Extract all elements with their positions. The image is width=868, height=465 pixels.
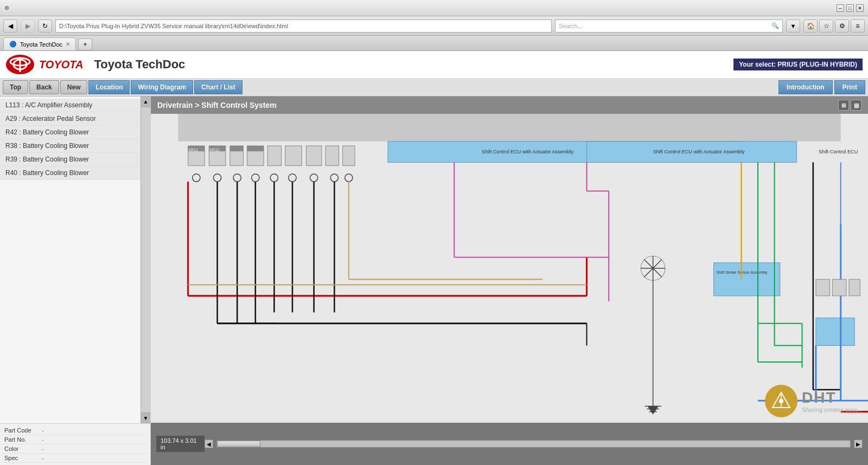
address-bar-icons: 🏠 ☆ ⚙ ≡ bbox=[803, 20, 865, 33]
svg-rect-25 bbox=[343, 146, 355, 166]
tab-favicon: 🔵 bbox=[9, 41, 17, 48]
diagram-zoom-icon[interactable]: ⊞ bbox=[838, 100, 849, 111]
scroll-left-button[interactable]: ◀ bbox=[205, 440, 213, 448]
sidebar-item-2[interactable]: R42 : Battery Cooling Blower bbox=[0, 126, 141, 139]
scroll-thumb[interactable] bbox=[217, 441, 260, 447]
forward-nav-button[interactable]: ▶ bbox=[21, 20, 35, 33]
svg-rect-20 bbox=[247, 146, 264, 151]
svg-rect-70 bbox=[816, 318, 854, 346]
horizontal-scrollbar[interactable]: ◀ ▶ bbox=[205, 440, 863, 448]
top-button[interactable]: Top bbox=[3, 80, 28, 94]
maximize-button[interactable]: □ bbox=[846, 4, 854, 12]
reload-button[interactable]: ↻ bbox=[38, 20, 52, 33]
browser-addressbar: ◀ ▶ ↻ D:\Toyota Prius Plug-In Hybrid ZVW… bbox=[0, 16, 868, 36]
diagram-canvas: Shift Control ECU with Actuator Assembly… bbox=[151, 114, 868, 423]
browser-tab-toyota[interactable]: 🔵 Toyota TechDoc ✕ bbox=[3, 37, 76, 50]
diagram-header: Drivetrain > Shift Control System ⊞ ▤ bbox=[151, 96, 868, 114]
part-no-sep: - bbox=[42, 436, 44, 443]
dht-watermark: DHT Sharing creates succ... bbox=[765, 385, 863, 417]
scroll-up-button[interactable]: ▲ bbox=[141, 96, 150, 107]
tab-close-button[interactable]: ✕ bbox=[66, 41, 70, 47]
color-row: Color - bbox=[2, 444, 148, 454]
search-submit-button[interactable]: ▼ bbox=[786, 20, 800, 33]
location-button[interactable]: Location bbox=[88, 80, 130, 94]
spec-label: Spec bbox=[4, 455, 40, 461]
main-content: L113 : A/C Amplifier Assembly A29 : Acce… bbox=[0, 96, 868, 465]
app-title: Toyota TechDoc bbox=[94, 57, 185, 72]
svg-text:Shift Control ECU with Actuato: Shift Control ECU with Actuator Assembly bbox=[653, 149, 745, 154]
svg-text:SR12: SR12 bbox=[209, 148, 219, 152]
favorites-icon[interactable]: ☆ bbox=[819, 20, 833, 33]
print-button[interactable]: Print bbox=[834, 80, 865, 94]
dht-tagline: Sharing creates succ... bbox=[802, 406, 863, 413]
search-box[interactable]: Search... 🔍 bbox=[555, 20, 783, 33]
introduction-button[interactable]: Introduction bbox=[778, 80, 833, 94]
sidebar-list-container: L113 : A/C Amplifier Assembly A29 : Acce… bbox=[0, 96, 150, 423]
part-code-sep: - bbox=[42, 427, 44, 434]
toyota-emblem-svg bbox=[5, 54, 35, 75]
scroll-down-button[interactable]: ▼ bbox=[141, 412, 150, 423]
svg-rect-5 bbox=[178, 114, 840, 141]
spec-sep: - bbox=[42, 455, 44, 461]
svg-rect-23 bbox=[306, 146, 322, 166]
back-button[interactable]: Back bbox=[29, 80, 59, 94]
diagram-header-controls: ⊞ ▤ bbox=[838, 100, 861, 111]
footer-bar: 103.74 x 3.01 in ◀ ▶ bbox=[151, 423, 868, 465]
part-code-row: Part Code - bbox=[2, 426, 148, 435]
sidebar-item-0[interactable]: L113 : A/C Amplifier Assembly bbox=[0, 99, 141, 112]
part-no-row: Part No. - bbox=[2, 435, 148, 444]
toolbar-right: Introduction Print bbox=[778, 80, 865, 94]
browser-tabbar: 🔵 Toyota TechDoc ✕ + bbox=[0, 36, 868, 51]
settings-icon[interactable]: ⚙ bbox=[835, 20, 849, 33]
sidebar-item-3[interactable]: R38 : Battery Cooling Blower bbox=[0, 139, 141, 153]
part-no-label: Part No. bbox=[4, 436, 40, 443]
svg-rect-21 bbox=[267, 146, 281, 166]
svg-rect-87 bbox=[832, 279, 846, 296]
diagram-dimensions: 103.74 x 3.01 in bbox=[156, 436, 205, 452]
svg-point-98 bbox=[779, 399, 783, 403]
back-nav-button[interactable]: ◀ bbox=[3, 20, 17, 33]
close-button[interactable]: ✕ bbox=[856, 4, 864, 12]
home-icon[interactable]: 🏠 bbox=[803, 20, 818, 33]
sidebar-list: L113 : A/C Amplifier Assembly A29 : Acce… bbox=[0, 96, 141, 423]
tools-icon[interactable]: ≡ bbox=[851, 20, 865, 33]
sidebar-item-4[interactable]: R39 : Battery Cooling Blower bbox=[0, 153, 141, 166]
sidebar-scrollbar[interactable]: ▲ ▼ bbox=[141, 96, 150, 423]
sidebar-item-5[interactable]: R40 : Battery Cooling Blower bbox=[0, 166, 141, 180]
app-container: TOYOTA Toyota TechDoc Your select: PRIUS… bbox=[0, 51, 868, 465]
browser-titlebar: ⊕ ─ □ ✕ bbox=[0, 0, 868, 16]
tab-label: Toyota TechDoc bbox=[20, 41, 62, 48]
diagram-area: Drivetrain > Shift Control System ⊞ ▤ Sh… bbox=[151, 96, 868, 465]
scroll-right-button[interactable]: ▶ bbox=[854, 440, 863, 448]
wiring-diagram-button[interactable]: Wiring Diagram bbox=[131, 80, 193, 94]
footer-controls: 103.74 x 3.01 in ◀ ▶ bbox=[156, 436, 863, 452]
svg-rect-88 bbox=[849, 279, 860, 296]
search-icon: 🔍 bbox=[771, 22, 779, 29]
search-placeholder: Search... bbox=[559, 23, 583, 29]
sidebar-item-1[interactable]: A29 : Accelerator Pedal Sensor bbox=[0, 112, 141, 126]
titlebar-left: ⊕ bbox=[4, 4, 9, 11]
select-badge: Your select: PRIUS (PLUG-IN HYBRID) bbox=[733, 59, 863, 70]
wiring-diagram-svg: Shift Control ECU with Actuator Assembly… bbox=[151, 114, 868, 423]
app-toolbar: Top Back New Location Wiring Diagram Cha… bbox=[0, 79, 868, 96]
color-label: Color bbox=[4, 445, 40, 452]
part-info: Part Code - Part No. - Color - Spec - bbox=[0, 423, 150, 465]
new-tab-button[interactable]: + bbox=[78, 38, 92, 50]
spec-row: Spec - bbox=[2, 454, 148, 463]
titlebar-controls: ─ □ ✕ bbox=[837, 4, 864, 12]
part-code-label: Part Code bbox=[4, 427, 40, 434]
chart-list-button[interactable]: Chart / List bbox=[194, 80, 242, 94]
svg-rect-86 bbox=[816, 279, 829, 296]
svg-rect-24 bbox=[326, 146, 339, 166]
svg-text:Shift Control ECU with Actuato: Shift Control ECU with Actuator Assembly bbox=[482, 149, 573, 154]
browser-brand: ⊕ bbox=[4, 4, 9, 11]
svg-rect-18 bbox=[230, 146, 243, 151]
scroll-track[interactable] bbox=[216, 440, 851, 448]
address-text: D:\Toyota Prius Plug-In Hybrid ZVW35 Ser… bbox=[59, 23, 288, 29]
toyota-logo: TOYOTA bbox=[5, 54, 83, 75]
new-button[interactable]: New bbox=[60, 80, 88, 94]
address-input[interactable]: D:\Toyota Prius Plug-In Hybrid ZVW35 Ser… bbox=[55, 20, 552, 33]
toyota-brand-text: TOYOTA bbox=[39, 59, 83, 71]
minimize-button[interactable]: ─ bbox=[837, 4, 844, 12]
diagram-options-icon[interactable]: ▤ bbox=[851, 100, 861, 111]
